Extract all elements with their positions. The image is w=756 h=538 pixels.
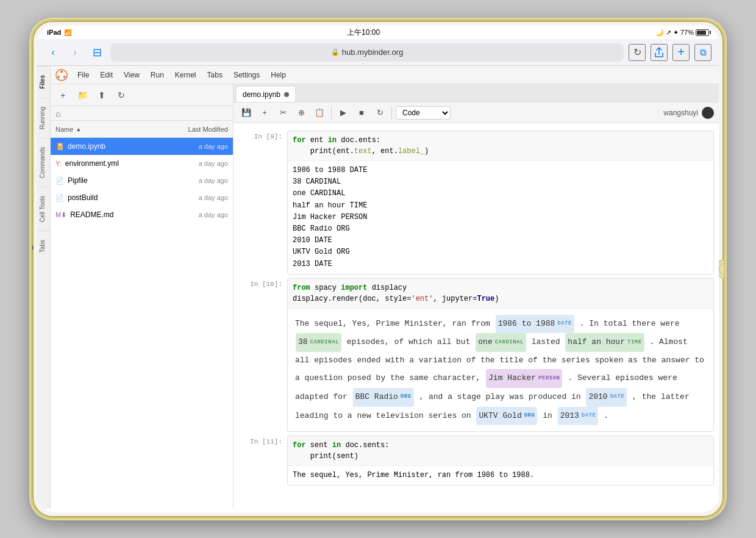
nb-divider2 [391,107,392,119]
ner-mid3: lasted [532,337,560,346]
kw-from: from [293,284,310,292]
svg-point-3 [57,76,60,78]
ner-2010-text: 2010 [588,389,607,406]
menu-run[interactable]: Run [146,70,169,81]
ner-tag-date-2013: 2013 DATE [558,407,599,426]
cell-9-output: 1986 to 1988 DATE 38 CARDINAL one CARDIN… [288,160,713,274]
kw-for: for [293,136,306,145]
tab-modified-dot [284,92,289,97]
ner-one-label: CARDINAL [495,337,524,349]
menu-kernel[interactable]: Kernel [170,70,201,81]
menu-view[interactable]: View [119,70,144,81]
file-icon2: 📄 [55,194,64,202]
ner-uktv-text: UKTV Gold [479,407,521,425]
ner-1986-label: DATE [557,318,572,330]
tab-filename: demo.ipynb [243,90,280,99]
reload-button[interactable]: ↻ [629,44,646,61]
file-item-date: a day ago [173,143,228,150]
ner-bbc-text: BBC Radio [355,389,398,406]
sidebar-tab-tabs[interactable]: Tabs [37,231,51,261]
cell-10-content[interactable]: from spacy import displacy displacy.rend… [287,278,714,432]
url-bar[interactable]: 🔒 hub.mybinder.org [110,43,624,62]
wifi-icon: 📶 [64,29,71,36]
ner-tag-cardinal-38: 38 CARDINAL [296,333,341,352]
copy-cell-button[interactable]: ⊕ [293,105,309,121]
menu-tabs[interactable]: Tabs [202,70,227,81]
output-line-7: 2010 DATE [293,236,332,245]
back-button[interactable]: ‹ [45,44,62,61]
notebook-icon: 📔 [55,143,64,151]
sidebar-tab-files[interactable]: Files [37,66,51,98]
new-file-button[interactable]: + [55,88,70,102]
file-item-name: README.md [70,210,169,219]
output-line-3: one CARDINAL [293,189,345,198]
file-name-col-header[interactable]: Name ▲ [55,126,173,133]
battery-percent: 77% [680,29,694,36]
user-avatar [702,107,714,119]
status-bar: iPad 📶 上午10:00 🌙 ↗ ✦ 77% [37,26,719,39]
menu-help[interactable]: Help [266,70,291,81]
add-tab-button[interactable]: + [672,44,690,61]
cell-type-select[interactable]: Code Markdown Raw [396,106,451,120]
ner-mid8: in [543,411,552,420]
new-folder-button[interactable]: 📁 [75,88,90,102]
ner-tag-date-2010: 2010 DATE [586,388,627,407]
add-cell-button[interactable]: + [257,105,273,121]
jupyter-logo [55,69,68,81]
sidebar-tab-commands[interactable]: Commands [37,138,51,187]
cell-11-content[interactable]: for sent in doc.sents: print(sent) The s… [287,436,714,486]
forward-button[interactable]: › [66,44,84,61]
menu-edit[interactable]: Edit [95,70,118,81]
output-line-1: 1986 to 1988 DATE [293,166,367,174]
home-icon[interactable]: ⌂ [55,109,60,118]
cell-9-content[interactable]: for ent in doc.ents: print(ent.text, ent… [287,131,714,274]
cell-11-code: for sent in doc.sents: print(sent) [288,436,713,465]
cell-11-output: The sequel, Yes, Prime Minister, ran fro… [288,465,713,485]
file-item-environment[interactable]: Y: environment.yml a day ago [51,155,233,172]
file-browser: + 📁 ⬆ ↻ ⌂ Name ▲ [51,84,234,509]
output-line-6: BBC Radio ORG [293,224,350,233]
output-line-5: Jim Hacker PERSON [293,213,367,221]
split-panel: + 📁 ⬆ ↻ ⌂ Name ▲ [51,84,719,509]
file-item-postbuild[interactable]: 📄 postBuild a day ago [51,189,233,206]
menu-settings[interactable]: Settings [229,70,265,81]
ipad-home-inner [719,263,726,275]
file-item-demo[interactable]: 📔 demo.ipynb a day ago [51,138,233,155]
ner-2013-label: DATE [582,410,596,422]
ner-half-text: half an hour [568,334,625,351]
stop-kernel-button[interactable]: ■ [354,105,369,121]
tabs-button[interactable]: ⧉ [694,44,711,61]
jupyter-menu-bar: File Edit View Run Kernel Tabs Settings … [51,66,719,84]
ner-38-text: 38 [298,334,308,351]
run-cell-button[interactable]: ▶ [335,105,351,121]
share-button[interactable] [651,44,668,61]
username-label: wangshuyi [663,109,698,117]
upload-button[interactable]: ⬆ [94,88,109,102]
sidebar-tab-celltools[interactable]: Cell Tools [37,187,51,231]
file-item-date: a day ago [173,177,228,184]
cut-cell-button[interactable]: ✂ [275,105,291,121]
notebook-tab-demo[interactable]: demo.ipynb [236,86,296,102]
bookmarks-button[interactable]: ⊟ [88,44,105,61]
notebook-toolbar: 💾 + ✂ ⊕ 📋 ▶ ■ ↻ Code Ma [234,102,719,123]
paste-cell-button[interactable]: 📋 [312,105,327,121]
nb-divider1 [331,107,332,119]
refresh-button[interactable]: ↻ [114,88,129,102]
file-item-pipfile[interactable]: 📄 Pipfile a day ago [51,172,233,189]
vert-sidebar: Files Running Commands Cell Tools Tabs [37,66,51,509]
lock-icon: 🔒 [331,48,340,56]
battery-tip [710,31,711,34]
file-item-name: environment.yml [65,159,169,168]
status-time: 上午10:00 [347,27,380,38]
ner-38-label: CARDINAL [310,337,339,349]
file-item-name: Pipfile [68,176,169,185]
sidebar-tab-running[interactable]: Running [37,98,51,138]
menu-file[interactable]: File [73,70,94,81]
save-button[interactable]: 💾 [238,105,254,121]
arrow-icon: ↗ [666,29,671,37]
share-icon [654,47,664,58]
restart-kernel-button[interactable]: ↻ [372,105,388,121]
output-line-9: 2013 DATE [293,260,332,268]
cell-10: In [10]: from spacy import displacy disp… [234,277,719,434]
file-item-readme[interactable]: M⬇ README.md a day ago [51,206,233,223]
